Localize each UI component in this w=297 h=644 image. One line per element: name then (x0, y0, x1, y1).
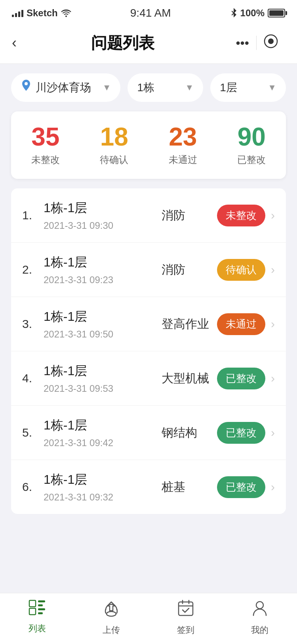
list-item[interactable]: 4. 1栋-1层 2021-3-31 09:53 大型机械 已整改 › (11, 351, 286, 406)
issue-location: 1栋-1层 (44, 254, 162, 271)
battery-icon (268, 9, 285, 17)
nav-bar: ‹ 问题列表 ••• (0, 24, 297, 64)
issue-status-badge: 已整改 (217, 368, 265, 389)
status-left: Sketch (12, 8, 71, 19)
chevron-right-icon: › (271, 317, 275, 331)
chevron-right-icon: › (271, 209, 275, 222)
wifi-icon (61, 9, 71, 17)
stat-pending: 18 待确认 (80, 124, 149, 166)
status-right: 100% (230, 8, 285, 19)
issue-location: 1栋-1层 (44, 362, 162, 380)
status-bar: Sketch 9:41 AM 100% (0, 0, 297, 24)
chevron-right-icon: › (271, 372, 275, 385)
issue-category: 消防 (162, 262, 209, 278)
nav-list-label: 列表 (29, 623, 46, 634)
issue-location: 1栋-1层 (44, 199, 162, 217)
svg-rect-5 (38, 604, 43, 606)
issue-index: 2. (22, 263, 44, 276)
issue-datetime: 2021-3-31 09:53 (44, 383, 162, 394)
location-filter[interactable]: 川沙体育场 ▼ (11, 73, 120, 102)
profile-icon (252, 600, 268, 621)
stat-rectified-label: 已整改 (237, 153, 266, 166)
issue-index: 3. (22, 317, 44, 331)
issue-info: 1栋-1层 2021-3-31 09:32 (44, 471, 162, 503)
building-label: 1栋 (137, 80, 154, 95)
stats-card: 35 未整改 18 待确认 23 未通过 90 已整改 (11, 111, 286, 179)
issue-datetime: 2021-3-31 09:30 (44, 220, 162, 231)
list-item[interactable]: 6. 1栋-1层 2021-3-31 09:32 桩基 已整改 › (11, 460, 286, 514)
list-item[interactable]: 3. 1栋-1层 2021-3-31 09:50 登高作业 未通过 › (11, 297, 286, 351)
record-icon (264, 34, 278, 48)
issue-category: 桩基 (162, 479, 209, 495)
svg-point-10 (256, 602, 263, 609)
issue-location: 1栋-1层 (44, 417, 162, 434)
issue-status-badge: 未通过 (217, 313, 265, 335)
more-button[interactable]: ••• (228, 32, 256, 54)
chevron-right-icon: › (271, 480, 275, 494)
issue-datetime: 2021-3-31 09:32 (44, 492, 162, 503)
location-icon (21, 80, 32, 96)
floor-chevron: ▼ (268, 82, 276, 93)
issue-index: 6. (22, 480, 44, 494)
chevron-right-icon: › (271, 263, 275, 276)
chevron-right-icon: › (271, 426, 275, 439)
issue-list: 1. 1栋-1层 2021-3-31 09:30 消防 未整改 › 2. 1栋-… (11, 188, 286, 514)
issue-category: 钢结构 (162, 425, 209, 441)
nav-upload[interactable]: 上传 (74, 600, 149, 644)
list-icon (29, 600, 46, 619)
issue-status-badge: 待确认 (217, 259, 265, 281)
svg-point-1 (268, 38, 274, 44)
upload-icon (103, 600, 120, 621)
nav-checkin-label: 签到 (177, 624, 194, 636)
svg-rect-6 (38, 608, 45, 610)
status-time: 9:41 AM (130, 7, 171, 19)
nav-upload-label: 上传 (103, 624, 120, 636)
stat-pending-number: 18 (100, 124, 128, 150)
issue-info: 1栋-1层 2021-3-31 09:50 (44, 308, 162, 340)
bottom-nav: 列表 上传 签到 (0, 593, 297, 644)
signal-icon (12, 9, 23, 17)
stat-rectified: 90 已整改 (217, 124, 286, 166)
location-label: 川沙体育场 (36, 80, 91, 95)
svg-rect-9 (179, 602, 193, 615)
issue-datetime: 2021-3-31 09:42 (44, 437, 162, 448)
nav-profile-label: 我的 (251, 624, 268, 636)
issue-info: 1栋-1层 2021-3-31 09:42 (44, 417, 162, 448)
issue-status-badge: 已整改 (217, 422, 265, 444)
svg-rect-2 (29, 600, 36, 607)
issue-info: 1栋-1层 2021-3-31 09:53 (44, 362, 162, 394)
nav-actions: ••• (228, 30, 285, 56)
issue-category: 大型机械 (162, 370, 209, 387)
stat-rectified-number: 90 (238, 124, 266, 150)
issue-status-badge: 已整改 (217, 476, 265, 498)
stat-unrectified-label: 未整改 (31, 153, 60, 166)
stat-unrectified: 35 未整改 (11, 124, 80, 166)
stat-failed-label: 未通过 (169, 153, 197, 166)
svg-rect-3 (29, 608, 36, 615)
issue-index: 1. (22, 209, 44, 222)
building-filter[interactable]: 1栋 ▼ (128, 73, 203, 102)
svg-point-8 (107, 611, 116, 616)
issue-index: 5. (22, 426, 44, 439)
nav-checkin[interactable]: 签到 (148, 600, 223, 644)
stat-failed: 23 未通过 (148, 124, 217, 166)
floor-filter[interactable]: 1层 ▼ (210, 73, 286, 102)
list-item[interactable]: 1. 1栋-1层 2021-3-31 09:30 消防 未整改 › (11, 188, 286, 243)
nav-list[interactable]: 列表 (0, 600, 74, 644)
nav-profile[interactable]: 我的 (223, 600, 297, 644)
location-chevron: ▼ (103, 82, 111, 93)
filter-bar: 川沙体育场 ▼ 1栋 ▼ 1层 ▼ (0, 64, 297, 111)
issue-info: 1栋-1层 2021-3-31 09:23 (44, 254, 162, 286)
record-button[interactable] (257, 30, 285, 56)
issue-location: 1栋-1层 (44, 308, 162, 326)
list-item[interactable]: 5. 1栋-1层 2021-3-31 09:42 钢结构 已整改 › (11, 406, 286, 460)
back-button[interactable]: ‹ (12, 34, 17, 51)
battery-percent: 100% (240, 8, 265, 19)
floor-label: 1层 (220, 80, 237, 95)
issue-location: 1栋-1层 (44, 471, 162, 489)
issue-status-badge: 未整改 (217, 205, 265, 226)
svg-rect-4 (38, 600, 45, 602)
bluetooth-icon (230, 8, 237, 18)
list-item[interactable]: 2. 1栋-1层 2021-3-31 09:23 消防 待确认 › (11, 243, 286, 297)
issue-info: 1栋-1层 2021-3-31 09:30 (44, 199, 162, 231)
